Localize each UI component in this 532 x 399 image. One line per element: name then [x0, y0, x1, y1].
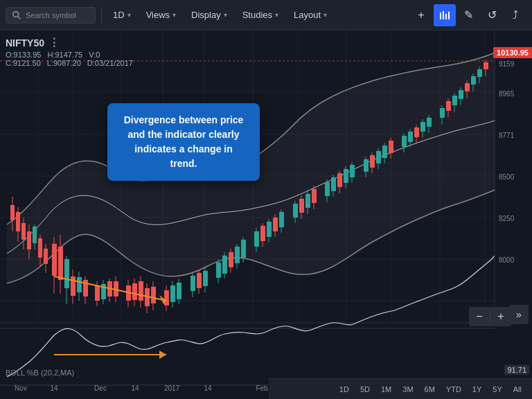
svg-rect-42 — [64, 259, 69, 288]
svg-rect-26 — [16, 212, 20, 231]
svg-rect-94 — [267, 222, 272, 237]
svg-rect-34 — [38, 238, 42, 258]
top-bar: Search symbol 1D ▾ Views ▾ Display ▾ Stu… — [0, 0, 532, 30]
svg-rect-128 — [402, 136, 407, 147]
time-btn-ytd[interactable]: YTD — [441, 383, 466, 396]
search-box[interactable]: Search symbol — [6, 7, 96, 24]
chart-container: Nov 14 Dec 14 2017 14 Feb 14 Mar 14 9159… — [0, 30, 532, 399]
add-button[interactable]: + — [410, 4, 432, 26]
svg-rect-38 — [52, 244, 57, 276]
svg-rect-76 — [197, 273, 202, 288]
svg-rect-148 — [471, 76, 476, 85]
svg-rect-118 — [364, 159, 369, 172]
share-button[interactable]: ⤴ — [504, 4, 526, 26]
svg-rect-4 — [445, 14, 447, 19]
time-btn-1m[interactable]: 1M — [376, 383, 396, 396]
svg-rect-72 — [177, 283, 181, 299]
svg-rect-116 — [350, 165, 355, 177]
svg-text:14: 14 — [131, 384, 139, 392]
svg-rect-112 — [337, 173, 342, 187]
svg-rect-106 — [312, 189, 317, 203]
svg-rect-40 — [58, 247, 63, 280]
svg-rect-32 — [33, 227, 37, 243]
svg-text:Feb: Feb — [256, 384, 268, 392]
views-button[interactable]: Views ▾ — [141, 7, 181, 23]
svg-rect-92 — [260, 226, 265, 241]
svg-rect-36 — [44, 249, 48, 264]
undo-button[interactable]: ↺ — [481, 4, 503, 26]
svg-rect-120 — [370, 155, 375, 168]
svg-rect-138 — [440, 108, 445, 118]
indicator-value: 91.71 — [504, 365, 529, 375]
svg-rect-150 — [477, 69, 482, 77]
svg-text:14: 14 — [50, 384, 58, 392]
svg-rect-96 — [273, 218, 278, 231]
timeframe-chevron: ▾ — [127, 11, 131, 19]
svg-rect-98 — [279, 212, 284, 227]
svg-rect-110 — [331, 177, 336, 191]
draw-button[interactable]: ✎ — [457, 4, 479, 26]
svg-rect-88 — [241, 240, 246, 258]
svg-rect-70 — [170, 285, 175, 302]
time-btn-1d[interactable]: 1D — [335, 383, 354, 396]
svg-rect-30 — [27, 231, 31, 249]
svg-rect-140 — [446, 101, 451, 111]
time-btn-3m[interactable]: 3M — [398, 383, 418, 396]
zoom-in-button[interactable]: + — [490, 307, 511, 326]
svg-rect-126 — [389, 141, 393, 153]
svg-rect-104 — [305, 194, 310, 208]
svg-rect-2 — [440, 12, 441, 19]
svg-rect-62 — [139, 281, 143, 301]
svg-rect-132 — [414, 127, 419, 137]
symbol-info: NIFTY50 ⋮ O:9133.95 H:9147.75 V:0 C:9121… — [6, 36, 137, 67]
time-btn-1y[interactable]: 1Y — [468, 383, 486, 396]
svg-text:8250: 8250 — [499, 215, 515, 222]
svg-rect-84 — [229, 252, 233, 267]
svg-rect-144 — [459, 90, 463, 99]
expand-button[interactable]: » — [509, 305, 529, 324]
svg-rect-78 — [203, 271, 208, 286]
svg-rect-108 — [325, 182, 330, 196]
svg-rect-100 — [293, 204, 298, 218]
time-btn-6m[interactable]: 6M — [420, 383, 440, 396]
svg-rect-3 — [443, 11, 444, 19]
timeframe-selector[interactable]: 1D ▾ — [107, 7, 136, 23]
svg-text:8000: 8000 — [499, 256, 515, 264]
search-icon — [12, 10, 21, 20]
zoom-out-button[interactable]: − — [469, 307, 490, 326]
svg-rect-5 — [448, 12, 450, 19]
svg-rect-124 — [382, 145, 387, 158]
search-placeholder: Search symbol — [26, 11, 76, 19]
svg-rect-130 — [408, 132, 413, 142]
chart-type-button[interactable] — [434, 4, 456, 26]
zoom-controls: − + — [469, 307, 511, 326]
svg-text:9159: 9159 — [499, 60, 515, 68]
indicator-label: BOLL %B (20,2,MA) — [6, 369, 74, 377]
open-value: O:9133.95 — [6, 51, 41, 59]
time-btn-all[interactable]: All — [508, 383, 526, 396]
svg-rect-122 — [376, 151, 381, 163]
layout-chevron: ▾ — [323, 11, 327, 19]
svg-rect-66 — [151, 287, 156, 303]
time-btn-5d[interactable]: 5D — [355, 383, 375, 396]
layout-button[interactable]: Layout ▾ — [288, 7, 332, 23]
studies-button[interactable]: Studies ▾ — [237, 7, 284, 23]
svg-rect-102 — [299, 199, 304, 213]
chart-svg: Nov 14 Dec 14 2017 14 Feb 14 Mar 14 9159… — [0, 30, 532, 399]
display-button[interactable]: Display ▾ — [186, 7, 233, 23]
symbol-name: NIFTY50 ⋮ — [6, 36, 137, 49]
high-value: H:9147.75 — [47, 51, 82, 59]
time-btn-5y[interactable]: 5Y — [488, 383, 506, 396]
toolbar-right: + ✎ ↺ ⤴ — [410, 4, 526, 26]
symbol-menu-trigger[interactable]: ⋮ — [48, 36, 60, 49]
svg-rect-86 — [235, 247, 240, 263]
svg-rect-90 — [254, 231, 259, 247]
svg-rect-152 — [484, 62, 488, 69]
close-value: C:9121.50 — [6, 59, 41, 67]
callout-text: Divergence between price and the indicat… — [124, 114, 244, 169]
svg-text:8771: 8771 — [499, 132, 515, 139]
svg-rect-28 — [21, 223, 26, 240]
svg-rect-146 — [465, 83, 470, 91]
svg-text:Nov: Nov — [15, 384, 27, 392]
display-chevron: ▾ — [224, 11, 227, 19]
